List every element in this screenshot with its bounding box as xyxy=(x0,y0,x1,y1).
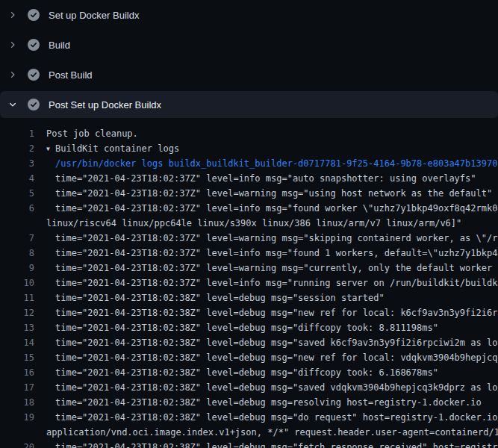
line-number[interactable]: 19 xyxy=(0,410,34,425)
line-number[interactable]: 15 xyxy=(0,350,34,365)
check-circle-icon xyxy=(28,99,40,111)
line-number[interactable]: 14 xyxy=(0,335,34,350)
log-text: time="2021-04-23T18:02:37Z" level=info m… xyxy=(34,276,498,290)
line-number[interactable]: 3 xyxy=(0,156,34,171)
line-number[interactable]: 1 xyxy=(0,126,34,141)
check-circle-icon xyxy=(28,9,40,21)
log-text: time="2021-04-23T18:02:37Z" level=warnin… xyxy=(34,231,498,246)
actions-log-viewer: Set up Docker BuildxBuildPost BuildPost … xyxy=(0,0,498,448)
log-text: time="2021-04-23T18:02:37Z" level=info m… xyxy=(34,171,476,186)
log-row: 4time="2021-04-23T18:02:37Z" level=info … xyxy=(0,171,498,186)
log-text: time="2021-04-23T18:02:37Z" level=warnin… xyxy=(34,186,492,201)
line-number[interactable]: 11 xyxy=(0,290,34,305)
log-text: time="2021-04-23T18:02:38Z" level=debug … xyxy=(34,335,498,350)
log-text: time="2021-04-23T18:02:38Z" level=debug … xyxy=(34,365,438,380)
log-text: time="2021-04-23T18:02:38Z" level=debug … xyxy=(34,305,498,320)
log-group-row: 2▼BuildKit container logs xyxy=(0,141,498,156)
step-row-build[interactable]: Build xyxy=(0,30,498,60)
log-row: 17time="2021-04-23T18:02:38Z" level=debu… xyxy=(0,380,498,395)
line-number[interactable]: 6 xyxy=(0,201,34,216)
log-row: 11time="2021-04-23T18:02:38Z" level=debu… xyxy=(0,290,498,305)
log-row: 19time="2021-04-23T18:02:38Z" level=debu… xyxy=(0,410,498,425)
log-row: application/vnd.oci.image.index.v1+json,… xyxy=(0,425,498,440)
line-number[interactable]: 10 xyxy=(0,276,34,290)
log-row: 20time="2021-04-23T18:02:38Z" level=debu… xyxy=(0,440,498,448)
chevron-down-icon xyxy=(8,100,17,109)
line-number[interactable]: 5 xyxy=(0,186,34,201)
log-text: time="2021-04-23T18:02:37Z" level=warnin… xyxy=(34,261,498,276)
line-number[interactable]: 9 xyxy=(0,261,34,276)
line-number xyxy=(0,216,34,231)
log-row: 7time="2021-04-23T18:02:37Z" level=warni… xyxy=(0,231,498,246)
log-text: time="2021-04-23T18:02:38Z" level=debug … xyxy=(34,350,498,365)
log-text: application/vnd.oci.image.index.v1+json,… xyxy=(34,425,498,440)
log-text: time="2021-04-23T18:02:38Z" level=debug … xyxy=(34,440,498,448)
step-title: Build xyxy=(49,40,70,51)
log-row: 14time="2021-04-23T18:02:38Z" level=debu… xyxy=(0,335,498,350)
log-row: 5time="2021-04-23T18:02:37Z" level=warni… xyxy=(0,186,498,201)
line-number[interactable]: 2 xyxy=(0,141,34,156)
line-number[interactable]: 20 xyxy=(0,440,34,448)
log-row: 9time="2021-04-23T18:02:37Z" level=warni… xyxy=(0,261,498,276)
check-circle-icon xyxy=(28,39,40,51)
log-row: 3/usr/bin/docker logs buildx_buildkit_bu… xyxy=(0,156,498,171)
line-number[interactable]: 7 xyxy=(0,231,34,246)
log-text: time="2021-04-23T18:02:38Z" level=debug … xyxy=(34,320,438,335)
step-title: Post Build xyxy=(49,69,93,81)
log-text[interactable]: ▼BuildKit container logs xyxy=(34,141,179,156)
log-text: time="2021-04-23T18:02:38Z" level=debug … xyxy=(34,410,498,425)
line-number xyxy=(0,425,34,440)
steps-list: Set up Docker BuildxBuildPost BuildPost … xyxy=(0,0,498,118)
log-text: linux/riscv64 linux/ppc64le linux/s390x … xyxy=(34,216,461,231)
chevron-right-icon xyxy=(8,40,17,49)
log-command-text: /usr/bin/docker logs buildx_buildkit_bui… xyxy=(34,156,497,171)
line-number[interactable]: 16 xyxy=(0,365,34,380)
log-text: time="2021-04-23T18:02:38Z" level=debug … xyxy=(34,290,385,305)
line-number[interactable]: 8 xyxy=(0,246,34,261)
line-number[interactable]: 12 xyxy=(0,305,34,320)
log-text: time="2021-04-23T18:02:37Z" level=info m… xyxy=(34,246,498,261)
log-text: time="2021-04-23T18:02:38Z" level=debug … xyxy=(34,380,498,395)
log-row: 16time="2021-04-23T18:02:38Z" level=debu… xyxy=(0,365,498,380)
check-circle-icon xyxy=(28,69,40,81)
log-console: 1Post job cleanup.2▼BuildKit container l… xyxy=(0,118,498,448)
chevron-right-icon xyxy=(8,10,17,19)
step-row-post-build[interactable]: Post Build xyxy=(0,60,498,90)
step-row-post-set-up-docker-buildx[interactable]: Post Set up Docker Buildx xyxy=(0,91,498,118)
log-row: 1Post job cleanup. xyxy=(0,126,498,141)
line-number[interactable]: 4 xyxy=(0,171,34,186)
line-number[interactable]: 18 xyxy=(0,395,34,410)
log-row: 18time="2021-04-23T18:02:38Z" level=debu… xyxy=(0,395,498,410)
step-title: Post Set up Docker Buildx xyxy=(49,99,161,111)
log-row: 10time="2021-04-23T18:02:37Z" level=info… xyxy=(0,276,498,290)
caret-down-icon: ▼ xyxy=(46,142,55,156)
log-row: 13time="2021-04-23T18:02:38Z" level=debu… xyxy=(0,320,498,335)
chevron-right-icon xyxy=(8,70,17,79)
log-text: time="2021-04-23T18:02:38Z" level=debug … xyxy=(34,395,482,410)
log-row: 6time="2021-04-23T18:02:37Z" level=info … xyxy=(0,201,498,216)
log-text: Post job cleanup. xyxy=(34,126,138,141)
log-row: 15time="2021-04-23T18:02:38Z" level=debu… xyxy=(0,350,498,365)
step-title: Set up Docker Buildx xyxy=(49,10,139,21)
log-text: time="2021-04-23T18:02:37Z" level=info m… xyxy=(34,201,498,216)
line-number[interactable]: 13 xyxy=(0,320,34,335)
log-row: 12time="2021-04-23T18:02:38Z" level=debu… xyxy=(0,305,498,320)
log-row: 8time="2021-04-23T18:02:37Z" level=info … xyxy=(0,246,498,261)
line-number[interactable]: 17 xyxy=(0,380,34,395)
log-row: linux/riscv64 linux/ppc64le linux/s390x … xyxy=(0,216,498,231)
step-row-set-up-docker-buildx[interactable]: Set up Docker Buildx xyxy=(0,0,498,30)
